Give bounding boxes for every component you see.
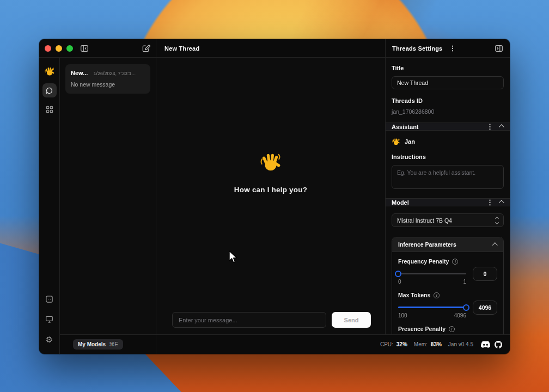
thread-item-timestamp: 1/26/2024, 7:33:1... xyxy=(93,71,136,76)
minimize-window-button[interactable] xyxy=(56,45,62,52)
zoom-window-button[interactable] xyxy=(66,45,73,52)
my-models-shortcut: ⌘E xyxy=(109,341,118,347)
threads-nav-chat-icon[interactable] xyxy=(42,83,57,97)
cpu-value: 32% xyxy=(396,341,407,347)
thread-list: New... 1/26/2024, 7:33:1... No new messa… xyxy=(60,58,156,334)
toggle-left-panel-icon[interactable] xyxy=(80,44,89,53)
slider-max-label: 1 xyxy=(463,279,466,285)
message-composer: Send xyxy=(156,312,385,328)
slider-max-label: 4096 xyxy=(454,313,466,318)
frequency-penalty-param: Frequency Penalty i xyxy=(398,258,497,285)
thread-list-item[interactable]: New... 1/26/2024, 7:33:1... No new messa… xyxy=(65,64,150,94)
frequency-penalty-slider[interactable] xyxy=(398,273,466,274)
my-models-label: My Models xyxy=(78,341,106,347)
assistant-collapse-chevron-icon[interactable] xyxy=(499,124,504,130)
titlebar: New Thread Threads Settings ⋮ xyxy=(39,39,510,58)
app-version: Jan v0.4.5 xyxy=(448,341,473,347)
threads-settings-title: Threads Settings xyxy=(392,45,442,52)
settings-gear-icon[interactable]: ⚙ xyxy=(42,332,57,346)
threads-id-label: Threads ID xyxy=(392,97,504,104)
max-tokens-label: Max Tokens xyxy=(398,292,430,298)
toggle-right-panel-icon[interactable] xyxy=(494,44,503,53)
title-label: Title xyxy=(392,65,504,71)
mem-label: Mem: xyxy=(414,341,428,347)
inference-parameters-card: Inference Parameters Frequency Penalty i xyxy=(392,237,504,334)
instructions-textarea[interactable] xyxy=(392,165,504,189)
inference-header-label: Inference Parameters xyxy=(398,241,493,248)
slider-thumb[interactable] xyxy=(395,271,401,277)
status-bar: My Models ⌘E CPU: 32% Mem: 83% Jan v0.4.… xyxy=(60,334,510,354)
waving-hand-icon xyxy=(259,151,282,174)
hub-nav-grid-icon[interactable] xyxy=(42,102,57,117)
inference-parameters-header[interactable]: Inference Parameters xyxy=(392,237,503,252)
presence-penalty-param: Presence Penalty i xyxy=(398,326,497,334)
assistant-name: Jan xyxy=(405,138,415,145)
model-select-dropdown[interactable]: Mistral Instruct 7B Q4 xyxy=(392,213,504,227)
threads-id-value: jan_1706286800 xyxy=(392,108,504,115)
jan-app-window: New Thread Threads Settings ⋮ xyxy=(39,39,510,354)
assistant-identity-row: Jan xyxy=(392,137,504,146)
model-kebab-icon[interactable]: ⋮ xyxy=(486,199,493,206)
max-tokens-value-input[interactable]: 4096 xyxy=(473,301,497,315)
max-tokens-param: Max Tokens i xyxy=(398,292,497,318)
send-button[interactable]: Send xyxy=(332,312,371,328)
system-monitor-icon[interactable] xyxy=(42,312,57,326)
threads-settings-kebab-icon[interactable]: ⋮ xyxy=(449,45,456,52)
max-tokens-slider[interactable] xyxy=(398,307,466,308)
new-thread-compose-icon[interactable] xyxy=(141,44,150,53)
presence-penalty-label: Presence Penalty xyxy=(398,326,446,332)
frequency-penalty-label: Frequency Penalty xyxy=(398,258,449,265)
traffic-lights xyxy=(45,45,73,52)
close-window-button[interactable] xyxy=(45,45,51,52)
cpu-label: CPU: xyxy=(380,341,393,347)
assistant-avatar-wave-icon xyxy=(392,137,400,146)
local-api-server-icon[interactable] xyxy=(42,292,57,306)
selected-model-name: Mistral Instruct 7B Q4 xyxy=(397,217,452,224)
slider-thumb[interactable] xyxy=(463,304,469,311)
info-icon[interactable]: i xyxy=(434,292,440,298)
model-section-header[interactable]: Model ⋮ xyxy=(386,198,510,206)
instructions-label: Instructions xyxy=(392,154,504,160)
slider-min-label: 0 xyxy=(398,279,401,285)
model-collapse-chevron-icon[interactable] xyxy=(499,200,504,205)
github-icon[interactable] xyxy=(495,341,502,348)
my-models-button[interactable]: My Models ⌘E xyxy=(73,339,123,350)
assistant-kebab-icon[interactable]: ⋮ xyxy=(486,123,493,130)
model-header-label: Model xyxy=(392,199,480,206)
greeting-text: How can I help you? xyxy=(234,186,307,194)
discord-icon[interactable] xyxy=(481,341,490,348)
thread-settings-panel: Title Threads ID jan_1706286800 Assistan… xyxy=(385,58,510,334)
chat-main-area: How can I help you? Send xyxy=(156,58,385,334)
thread-item-preview: No new message xyxy=(71,81,145,88)
info-icon[interactable]: i xyxy=(452,259,458,265)
mem-value: 83% xyxy=(431,341,442,347)
titlebar-left xyxy=(39,39,156,57)
select-updown-icon xyxy=(496,217,498,224)
assistant-section-header[interactable]: Assistant ⋮ xyxy=(386,122,510,131)
titlebar-main: New Thread xyxy=(156,39,385,57)
thread-item-title: New... xyxy=(71,70,88,76)
frequency-penalty-value-input[interactable]: 0 xyxy=(473,267,497,281)
thread-title-input[interactable] xyxy=(392,76,504,89)
slider-min-label: 100 xyxy=(398,313,407,318)
left-ribbon: ⚙ xyxy=(39,58,60,354)
message-input[interactable] xyxy=(172,312,326,328)
empty-thread-greeting: How can I help you? xyxy=(156,151,385,194)
jan-logo-wave-icon[interactable] xyxy=(42,64,57,78)
titlebar-right: Threads Settings ⋮ xyxy=(385,39,510,57)
main-thread-title: New Thread xyxy=(164,45,199,52)
info-icon[interactable]: i xyxy=(449,326,455,332)
assistant-header-label: Assistant xyxy=(392,124,480,130)
